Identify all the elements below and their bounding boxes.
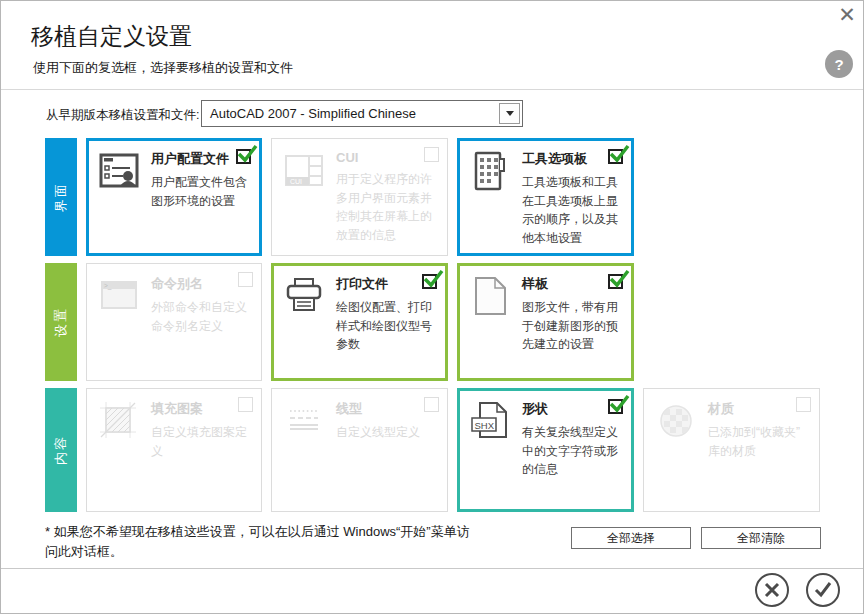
footnote-line-1: * 如果您不希望现在移植这些设置，可以在以后通过 Windows“开始”菜单访	[45, 522, 470, 542]
help-button[interactable]: ?	[825, 50, 853, 78]
card-checkbox[interactable]	[608, 399, 623, 414]
command-alias-icon: >_	[97, 274, 141, 318]
card-checkbox[interactable]	[608, 149, 623, 164]
clear-all-button[interactable]: 全部清除	[701, 527, 821, 549]
category-label-settings: 设置	[45, 263, 77, 381]
linetype-icon	[282, 399, 326, 443]
printer-icon	[282, 274, 326, 318]
footnote-line-2: 问此对话框。	[45, 542, 470, 562]
card-checkbox[interactable]	[238, 272, 253, 287]
select-all-button[interactable]: 全部选择	[571, 527, 691, 549]
card-hatch-patterns[interactable]: 填充图案 自定义填充图案定义	[86, 388, 262, 512]
page-title: 移植自定义设置	[31, 21, 192, 52]
footer-divider	[1, 568, 863, 569]
card-checkbox[interactable]	[422, 274, 437, 289]
card-description: 有关复杂线型定义中的文字字符或形的信息	[522, 423, 625, 479]
source-version-select[interactable]: AutoCAD 2007 - Simplified Chinese	[201, 100, 523, 127]
user-profile-icon	[97, 149, 141, 193]
source-version-value: AutoCAD 2007 - Simplified Chinese	[210, 106, 416, 121]
svg-text:CUI: CUI	[290, 178, 302, 185]
card-plot-files[interactable]: 打印文件 绘图仪配置、打印样式和绘图仪型号参数	[271, 263, 448, 381]
card-checkbox[interactable]	[424, 147, 439, 162]
card-checkbox[interactable]	[238, 397, 253, 412]
svg-text:>_: >_	[104, 282, 112, 290]
card-description: 用于定义程序的许多用户界面元素并控制其在屏幕上的放置的信息	[336, 170, 439, 244]
confirm-button[interactable]	[806, 573, 840, 607]
card-description: 绘图仪配置、打印样式和绘图仪型号参数	[336, 298, 439, 354]
card-cui[interactable]: CUI CUI 用于定义程序的许多用户界面元素并控制其在屏幕上的放置的信息	[271, 138, 448, 256]
category-label-interface: 界面	[45, 138, 77, 256]
close-icon[interactable]: ✕	[835, 3, 859, 27]
header-divider	[1, 89, 863, 90]
card-description: 图形文件，带有用于创建新图形的预先建立的设置	[522, 298, 625, 354]
cancel-x-icon	[762, 580, 782, 600]
card-checkbox[interactable]	[236, 149, 251, 164]
card-user-profiles[interactable]: 用户配置文件 用户配置文件包含图形环境的设置	[86, 138, 262, 256]
category-label-content: 内容	[45, 388, 77, 512]
source-version-label: 从早期版本移植设置和文件:	[46, 107, 199, 124]
card-templates[interactable]: 样板 图形文件，带有用于创建新图形的预先建立的设置	[457, 263, 634, 381]
card-shapes[interactable]: SHX 形状 有关复杂线型定义中的文字字符或形的信息	[457, 388, 634, 512]
card-tool-palettes[interactable]: 工具选项板 工具选项板和工具在工具选项板上显示的顺序，以及其他本地设置	[457, 138, 634, 256]
cancel-button[interactable]	[755, 573, 789, 607]
tool-palette-icon	[468, 149, 512, 193]
card-description: 自定义填充图案定义	[151, 423, 253, 460]
card-command-aliases[interactable]: >_ 命令别名 外部命令和自定义命令别名定义	[86, 263, 262, 381]
confirm-check-icon	[812, 580, 834, 600]
card-description: 用户配置文件包含图形环境的设置	[151, 173, 253, 210]
migrate-custom-settings-dialog: 移植自定义设置 使用下面的复选框，选择要移植的设置和文件 ✕ ? 从早期版本移植…	[0, 0, 864, 614]
cards-grid: 界面 设置 内容 用户配置文件 用户配置文件包含图形环境的设置	[45, 138, 820, 512]
shape-shx-icon: SHX	[468, 399, 512, 443]
material-icon	[654, 399, 698, 443]
card-description: 外部命令和自定义命令别名定义	[151, 298, 253, 335]
card-checkbox[interactable]	[796, 397, 811, 412]
cui-icon: CUI	[282, 149, 326, 193]
card-linetypes[interactable]: 线型 自定义线型定义	[271, 388, 448, 512]
page-subtitle: 使用下面的复选框，选择要移植的设置和文件	[33, 59, 293, 77]
svg-text:SHX: SHX	[475, 420, 495, 431]
card-checkbox[interactable]	[424, 397, 439, 412]
footnote: * 如果您不希望现在移植这些设置，可以在以后通过 Windows“开始”菜单访 …	[45, 522, 470, 562]
card-materials[interactable]: 材质 已添加到“收藏夹”库的材质	[643, 388, 820, 512]
card-description: 已添加到“收藏夹”库的材质	[708, 423, 811, 460]
hatch-pattern-icon	[97, 399, 141, 443]
template-file-icon	[468, 274, 512, 318]
card-description: 自定义线型定义	[336, 423, 439, 442]
card-description: 工具选项板和工具在工具选项板上显示的顺序，以及其他本地设置	[522, 173, 625, 247]
card-checkbox[interactable]	[608, 274, 623, 289]
chevron-down-icon[interactable]	[499, 103, 520, 124]
